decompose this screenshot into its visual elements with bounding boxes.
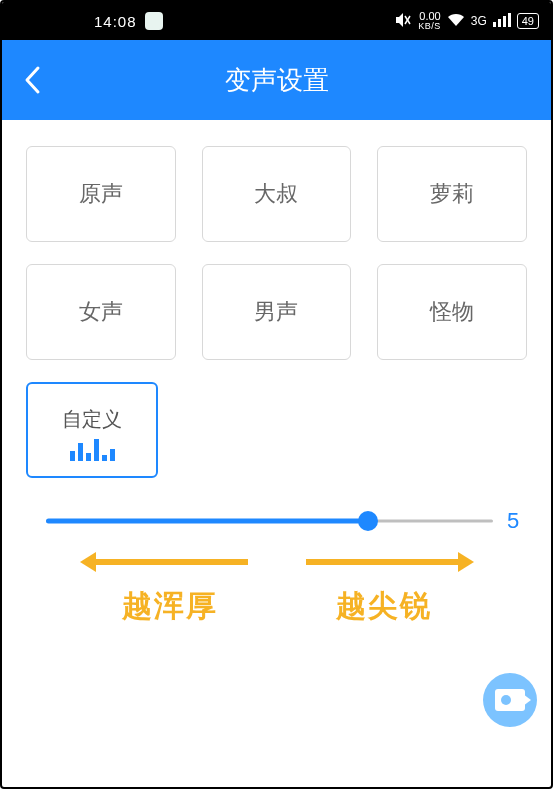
tile-label: 怪物 bbox=[430, 297, 474, 327]
slider-hints: 越浑厚 越尖锐 bbox=[2, 552, 551, 627]
preset-tile-original[interactable]: 原声 bbox=[26, 146, 176, 242]
svg-rect-3 bbox=[498, 19, 501, 27]
preset-tile-loli[interactable]: 萝莉 bbox=[377, 146, 527, 242]
svg-rect-2 bbox=[493, 22, 496, 27]
pitch-slider[interactable] bbox=[46, 508, 493, 534]
slider-value: 5 bbox=[507, 508, 527, 534]
slider-thumb[interactable] bbox=[358, 511, 378, 531]
chevron-left-icon bbox=[23, 65, 41, 95]
tile-label: 原声 bbox=[79, 179, 123, 209]
record-video-fab[interactable] bbox=[483, 673, 537, 727]
svg-rect-5 bbox=[508, 13, 511, 27]
status-network-type: 3G bbox=[471, 14, 487, 28]
app-header: 变声设置 bbox=[2, 40, 551, 120]
tile-label: 萝莉 bbox=[430, 179, 474, 209]
preset-tile-male[interactable]: 男声 bbox=[202, 264, 352, 360]
equalizer-icon bbox=[70, 439, 115, 461]
preset-tile-monster[interactable]: 怪物 bbox=[377, 264, 527, 360]
arrow-left-icon bbox=[80, 552, 260, 572]
hint-right: 越尖锐 bbox=[294, 552, 474, 627]
hint-left: 越浑厚 bbox=[80, 552, 260, 627]
voice-preset-grid: 原声 大叔 萝莉 女声 男声 怪物 bbox=[2, 120, 551, 360]
page-title: 变声设置 bbox=[2, 63, 551, 98]
tile-label: 自定义 bbox=[62, 406, 122, 433]
tile-label: 女声 bbox=[79, 297, 123, 327]
status-bar: 14:08 0.00 KB/S 3G 49 bbox=[2, 2, 551, 40]
hint-left-label: 越浑厚 bbox=[122, 586, 218, 627]
signal-icon bbox=[493, 13, 511, 29]
mute-icon bbox=[394, 12, 412, 30]
tile-label: 男声 bbox=[254, 297, 298, 327]
slider-fill bbox=[46, 519, 368, 524]
arrow-right-icon bbox=[294, 552, 474, 572]
hint-right-label: 越尖锐 bbox=[336, 586, 432, 627]
wifi-icon bbox=[447, 13, 465, 29]
preset-tile-female[interactable]: 女声 bbox=[26, 264, 176, 360]
status-netspeed: 0.00 KB/S bbox=[418, 11, 441, 31]
status-battery: 49 bbox=[517, 13, 539, 29]
status-app-icon bbox=[145, 12, 163, 30]
pitch-slider-row: 5 bbox=[46, 508, 527, 534]
preset-tile-custom[interactable]: 自定义 bbox=[26, 382, 158, 478]
svg-rect-4 bbox=[503, 16, 506, 27]
preset-tile-uncle[interactable]: 大叔 bbox=[202, 146, 352, 242]
tile-label: 大叔 bbox=[254, 179, 298, 209]
status-time: 14:08 bbox=[94, 13, 137, 30]
video-camera-icon bbox=[495, 689, 525, 711]
back-button[interactable] bbox=[2, 40, 62, 120]
